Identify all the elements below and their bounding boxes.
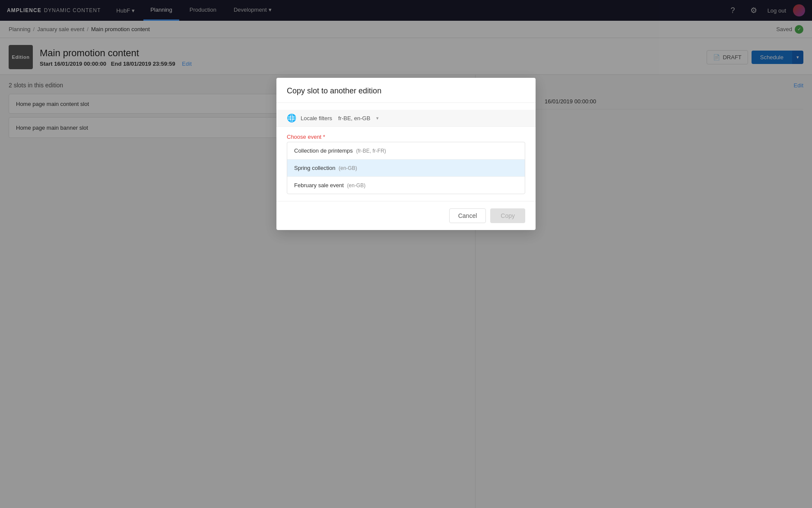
required-marker: * [323, 134, 325, 140]
event-item-3[interactable]: February sale event (en-GB) [287, 177, 525, 194]
locale-filter-bar[interactable]: 🌐 Locale filters fr-BE, en-GB ▾ [276, 110, 536, 127]
cancel-button[interactable]: Cancel [449, 208, 486, 223]
event-item-1[interactable]: Collection de printemps (fr-BE, fr-FR) [287, 142, 525, 160]
event-dropdown-list: Collection de printemps (fr-BE, fr-FR) S… [287, 142, 525, 194]
event-name-2: Spring collection [294, 165, 335, 171]
choose-event-label: Choose event * [276, 130, 536, 142]
locale-filter-label: Locale filters [301, 115, 332, 121]
event-name-1: Collection de printemps [294, 147, 353, 154]
event-name-3: February sale event [294, 182, 344, 189]
locale-filter-values: fr-BE, en-GB [338, 115, 370, 121]
event-locale-1: (fr-BE, fr-FR) [356, 148, 386, 154]
modal-overlay: Copy slot to another edition 🌐 Locale fi… [0, 0, 812, 508]
modal-footer: Cancel Copy [276, 201, 536, 230]
copy-button[interactable]: Copy [490, 208, 525, 223]
copy-slot-modal: Copy slot to another edition 🌐 Locale fi… [276, 78, 536, 230]
globe-icon: 🌐 [287, 113, 296, 123]
locale-chevron-icon: ▾ [376, 115, 379, 121]
event-locale-2: (en-GB) [339, 165, 357, 171]
event-locale-3: (en-GB) [347, 182, 366, 189]
modal-title: Copy slot to another edition [276, 78, 536, 103]
modal-body: 🌐 Locale filters fr-BE, en-GB ▾ Choose e… [276, 103, 536, 201]
event-item-2[interactable]: Spring collection (en-GB) [287, 160, 525, 177]
